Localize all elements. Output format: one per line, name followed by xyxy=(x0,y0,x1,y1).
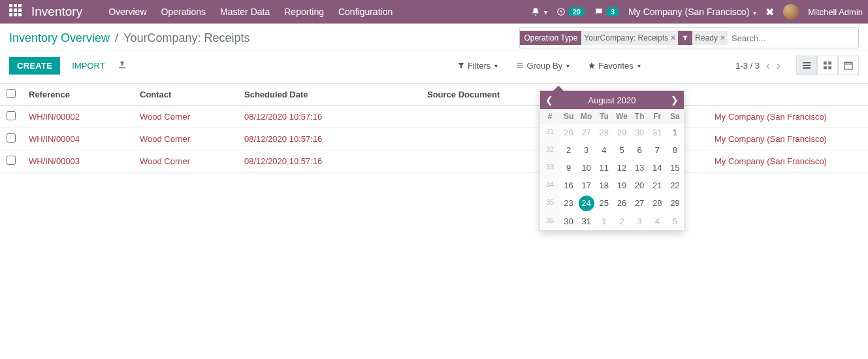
pager-prev-icon[interactable]: ‹ xyxy=(766,59,770,73)
datepicker[interactable]: ❮ August 2020 ❯ # Su Mo Tu We Th Fr Sa 3… xyxy=(539,90,684,231)
upload-icon[interactable] xyxy=(117,60,127,72)
row-checkbox[interactable] xyxy=(7,156,16,165)
datepicker-day[interactable]: 10 xyxy=(577,159,595,177)
menu-master-data[interactable]: Master Data xyxy=(220,7,270,17)
datepicker-day[interactable]: 28 xyxy=(595,124,613,141)
datepicker-day[interactable]: 3 xyxy=(577,141,595,159)
app-brand[interactable]: Inventory xyxy=(31,5,82,19)
table-row[interactable]: WH/IN/00003 Wood Corner 08/12/2020 10:57… xyxy=(0,150,868,173)
cell-contact[interactable]: Wood Corner xyxy=(133,150,238,173)
table-row[interactable]: WH/IN/00004 Wood Corner 08/12/2020 10:57… xyxy=(0,128,868,150)
menu-operations[interactable]: Operations xyxy=(161,7,206,17)
kanban-view-icon[interactable] xyxy=(817,56,838,75)
datepicker-day[interactable]: 19 xyxy=(613,177,630,194)
filters-tool[interactable]: Filters ▾ xyxy=(457,61,498,71)
bell-icon[interactable]: ▾ xyxy=(531,7,547,16)
list-view-icon[interactable] xyxy=(796,56,817,75)
activity-badge: 29 xyxy=(568,7,585,16)
datepicker-day[interactable]: 3 xyxy=(631,213,649,230)
cell-reference[interactable]: WH/IN/00002 xyxy=(22,106,133,128)
cell-reference[interactable]: WH/IN/00004 xyxy=(22,128,133,150)
menu-configuration[interactable]: Configuration xyxy=(338,7,393,17)
datepicker-day[interactable]: 5 xyxy=(666,213,684,230)
prev-month-icon[interactable]: ❮ xyxy=(545,95,553,105)
chat-icon[interactable]: 3 xyxy=(594,7,619,16)
cell-contact[interactable]: Wood Corner xyxy=(133,106,238,128)
datepicker-day[interactable]: 12 xyxy=(613,159,630,177)
datepicker-day[interactable]: 24 xyxy=(579,196,594,211)
datepicker-day[interactable]: 4 xyxy=(649,213,666,230)
cell-contact[interactable]: Wood Corner xyxy=(133,128,238,150)
search-tools: Filters ▾ Group By ▾ Favorites ▾ xyxy=(222,61,641,71)
search-bar[interactable]: Operation Type YourCompany: Receipts × R… xyxy=(519,27,859,48)
groupby-tool[interactable]: Group By ▾ xyxy=(516,61,570,71)
next-month-icon[interactable]: ❯ xyxy=(671,95,679,105)
datepicker-day[interactable]: 14 xyxy=(649,159,666,177)
datepicker-day[interactable]: 21 xyxy=(649,177,666,194)
datepicker-day[interactable]: 31 xyxy=(649,124,666,141)
datepicker-day[interactable]: 23 xyxy=(560,194,577,213)
menu-reporting[interactable]: Reporting xyxy=(284,7,324,17)
cell-scheduled-date[interactable]: 08/12/2020 10:57:16 xyxy=(238,128,421,150)
close-icon[interactable]: × xyxy=(671,33,675,43)
calendar-view-icon[interactable] xyxy=(838,56,859,75)
datepicker-day[interactable]: 25 xyxy=(595,194,613,213)
company-switcher[interactable]: My Company (San Francisco) ▾ xyxy=(628,7,756,17)
datepicker-day[interactable]: 30 xyxy=(560,213,577,230)
datepicker-day[interactable]: 15 xyxy=(666,159,684,177)
close-icon[interactable]: × xyxy=(720,33,725,43)
datepicker-day[interactable]: 17 xyxy=(577,177,595,194)
import-button[interactable]: IMPORT xyxy=(72,61,104,71)
datepicker-day[interactable]: 29 xyxy=(613,124,630,141)
datepicker-day[interactable]: 8 xyxy=(666,141,684,159)
favorites-tool[interactable]: Favorites ▾ xyxy=(588,61,640,71)
debug-icon[interactable]: ✖ xyxy=(765,6,774,18)
cell-scheduled-date[interactable]: 08/12/2020 10:57:16 xyxy=(238,106,421,128)
table-row[interactable]: WH/IN/00002 Wood Corner 08/12/2020 10:57… xyxy=(0,106,868,128)
row-checkbox[interactable] xyxy=(7,111,16,120)
search-input[interactable] xyxy=(728,31,858,46)
datepicker-day[interactable]: 31 xyxy=(577,213,595,230)
breadcrumb-root[interactable]: Inventory Overview xyxy=(9,31,110,45)
activity-icon[interactable]: 29 xyxy=(556,7,585,16)
col-contact[interactable]: Contact xyxy=(133,84,238,106)
datepicker-day[interactable]: 18 xyxy=(595,177,613,194)
datepicker-day[interactable]: 26 xyxy=(613,194,630,213)
datepicker-day[interactable]: 22 xyxy=(666,177,684,194)
col-scheduled-date[interactable]: Scheduled Date xyxy=(238,84,421,106)
datepicker-title[interactable]: August 2020 xyxy=(588,95,635,105)
breadcrumb-sep: / xyxy=(115,31,118,45)
datepicker-day[interactable]: 6 xyxy=(631,141,649,159)
datepicker-day[interactable]: 1 xyxy=(666,124,684,141)
datepicker-day[interactable]: 28 xyxy=(649,194,666,213)
pager-range[interactable]: 1-3 / 3 xyxy=(735,61,760,71)
select-all-checkbox[interactable] xyxy=(7,89,16,98)
datepicker-day[interactable]: 9 xyxy=(560,159,577,177)
cell-reference[interactable]: WH/IN/00003 xyxy=(22,150,133,173)
datepicker-day[interactable]: 5 xyxy=(613,141,630,159)
apps-icon[interactable] xyxy=(9,4,25,20)
datepicker-day[interactable]: 13 xyxy=(631,159,649,177)
menu-overview[interactable]: Overview xyxy=(108,7,146,17)
row-checkbox[interactable] xyxy=(7,133,16,143)
datepicker-day[interactable]: 2 xyxy=(560,141,577,159)
datepicker-day[interactable]: 27 xyxy=(631,194,649,213)
datepicker-day[interactable]: 26 xyxy=(560,124,577,141)
datepicker-day[interactable]: 30 xyxy=(631,124,649,141)
datepicker-day[interactable]: 7 xyxy=(649,141,666,159)
avatar[interactable] xyxy=(783,4,799,20)
datepicker-day[interactable]: 27 xyxy=(577,124,595,141)
datepicker-day[interactable]: 29 xyxy=(666,194,684,213)
col-reference[interactable]: Reference xyxy=(22,84,133,106)
cell-scheduled-date[interactable]: 08/12/2020 10:57:16 xyxy=(238,150,421,173)
datepicker-day[interactable]: 4 xyxy=(595,141,613,159)
caret-down-icon: ▾ xyxy=(494,62,498,69)
create-button[interactable]: CREATE xyxy=(9,57,60,75)
user-name[interactable]: Mitchell Admin xyxy=(808,7,863,17)
datepicker-day[interactable]: 16 xyxy=(560,177,577,194)
pager-next-icon[interactable]: › xyxy=(777,59,780,73)
datepicker-day[interactable]: 20 xyxy=(631,177,649,194)
datepicker-day[interactable]: 2 xyxy=(613,213,630,230)
datepicker-day[interactable]: 11 xyxy=(595,159,613,177)
datepicker-day[interactable]: 1 xyxy=(595,213,613,230)
